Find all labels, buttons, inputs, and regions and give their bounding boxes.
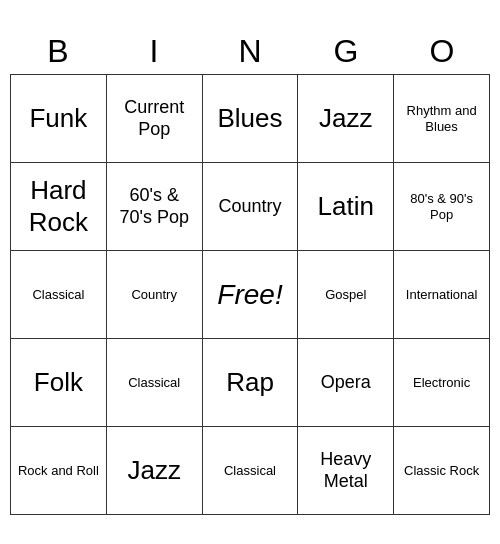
grid-cell: International [394, 251, 490, 339]
header-letter: G [298, 29, 394, 74]
cell-text: Classical [128, 375, 180, 391]
grid-cell: Current Pop [107, 75, 203, 163]
cell-text: Rhythm and Blues [398, 103, 485, 134]
cell-text: Heavy Metal [302, 449, 389, 492]
grid-cell: Rap [203, 339, 299, 427]
grid-cell: Classical [107, 339, 203, 427]
header-letter: N [202, 29, 298, 74]
grid-cell: Classic Rock [394, 427, 490, 515]
header-letter: I [106, 29, 202, 74]
bingo-grid: FunkCurrent PopBluesJazzRhythm and Blues… [10, 74, 490, 515]
cell-text: Classical [32, 287, 84, 303]
cell-text: International [406, 287, 478, 303]
grid-cell: Electronic [394, 339, 490, 427]
grid-cell: Blues [203, 75, 299, 163]
cell-text: 80's & 90's Pop [398, 191, 485, 222]
grid-cell: Funk [11, 75, 107, 163]
cell-text: Opera [321, 372, 371, 394]
cell-text: 60's & 70's Pop [111, 185, 198, 228]
cell-text: Jazz [127, 455, 180, 486]
grid-cell: 80's & 90's Pop [394, 163, 490, 251]
grid-cell: Country [203, 163, 299, 251]
grid-cell: Opera [298, 339, 394, 427]
grid-cell: Hard Rock [11, 163, 107, 251]
cell-text: Gospel [325, 287, 366, 303]
cell-text: Country [131, 287, 177, 303]
bingo-header: BINGO [10, 29, 490, 74]
cell-text: Jazz [319, 103, 372, 134]
bingo-card: BINGO FunkCurrent PopBluesJazzRhythm and… [10, 29, 490, 515]
cell-text: Folk [34, 367, 83, 398]
grid-cell: Classical [11, 251, 107, 339]
grid-cell: Jazz [107, 427, 203, 515]
cell-text: Free! [217, 278, 282, 312]
cell-text: Current Pop [111, 97, 198, 140]
grid-cell: Heavy Metal [298, 427, 394, 515]
grid-cell: Country [107, 251, 203, 339]
cell-text: Latin [318, 191, 374, 222]
grid-cell: Gospel [298, 251, 394, 339]
cell-text: Rap [226, 367, 274, 398]
cell-text: Country [218, 196, 281, 218]
cell-text: Hard Rock [15, 175, 102, 237]
cell-text: Classical [224, 463, 276, 479]
grid-cell: Free! [203, 251, 299, 339]
cell-text: Electronic [413, 375, 470, 391]
cell-text: Classic Rock [404, 463, 479, 479]
grid-cell: Rock and Roll [11, 427, 107, 515]
header-letter: B [10, 29, 106, 74]
grid-cell: Jazz [298, 75, 394, 163]
grid-cell: 60's & 70's Pop [107, 163, 203, 251]
header-letter: O [394, 29, 490, 74]
cell-text: Blues [217, 103, 282, 134]
grid-cell: Folk [11, 339, 107, 427]
cell-text: Funk [29, 103, 87, 134]
grid-cell: Classical [203, 427, 299, 515]
cell-text: Rock and Roll [18, 463, 99, 479]
grid-cell: Rhythm and Blues [394, 75, 490, 163]
grid-cell: Latin [298, 163, 394, 251]
